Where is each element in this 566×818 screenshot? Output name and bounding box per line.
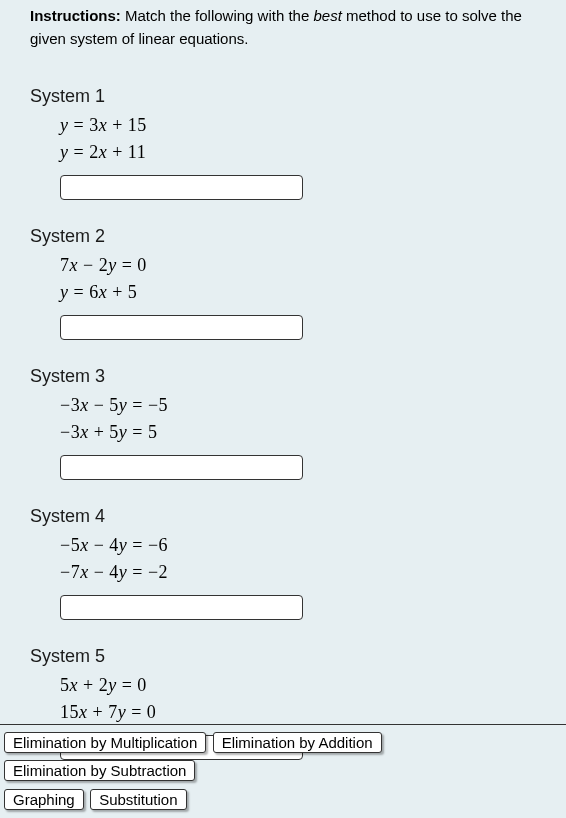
- system-1: System 1 y = 3x + 15 y = 2x + 11: [30, 86, 536, 200]
- answer-input-2[interactable]: [60, 315, 303, 340]
- system-3: System 3 −3x − 5y = −5 −3x + 5y = 5: [30, 366, 536, 480]
- instructions-text: Instructions: Match the following with t…: [0, 0, 566, 60]
- equation: y = 6x + 5: [60, 282, 536, 303]
- system-title: System 2: [30, 226, 536, 247]
- instructions-italic: best: [313, 7, 341, 24]
- choice-graphing[interactable]: Graphing: [4, 789, 84, 810]
- equation: 7x − 2y = 0: [60, 255, 536, 276]
- choice-elimination-addition[interactable]: Elimination by Addition: [213, 732, 382, 753]
- equation: y = 2x + 11: [60, 142, 536, 163]
- equation: y = 3x + 15: [60, 115, 536, 136]
- equation: 5x + 2y = 0: [60, 675, 536, 696]
- system-4: System 4 −5x − 4y = −6 −7x − 4y = −2: [30, 506, 536, 620]
- choices-container: Elimination by Multiplication Eliminatio…: [0, 724, 566, 818]
- system-2: System 2 7x − 2y = 0 y = 6x + 5: [30, 226, 536, 340]
- system-title: System 4: [30, 506, 536, 527]
- system-title: System 1: [30, 86, 536, 107]
- systems-container: System 1 y = 3x + 15 y = 2x + 11 System …: [0, 86, 566, 780]
- equation: −3x + 5y = 5: [60, 422, 536, 443]
- equation: −5x − 4y = −6: [60, 535, 536, 556]
- choice-elimination-multiplication[interactable]: Elimination by Multiplication: [4, 732, 206, 753]
- equation: −3x − 5y = −5: [60, 395, 536, 416]
- instructions-prefix: Match the following with the: [121, 7, 314, 24]
- equation: 15x + 7y = 0: [60, 702, 536, 723]
- instructions-label: Instructions:: [30, 7, 121, 24]
- choice-elimination-subtraction[interactable]: Elimination by Subtraction: [4, 760, 195, 781]
- answer-input-3[interactable]: [60, 455, 303, 480]
- system-title: System 3: [30, 366, 536, 387]
- choice-substitution[interactable]: Substitution: [90, 789, 186, 810]
- answer-input-1[interactable]: [60, 175, 303, 200]
- system-title: System 5: [30, 646, 536, 667]
- equation: −7x − 4y = −2: [60, 562, 536, 583]
- answer-input-4[interactable]: [60, 595, 303, 620]
